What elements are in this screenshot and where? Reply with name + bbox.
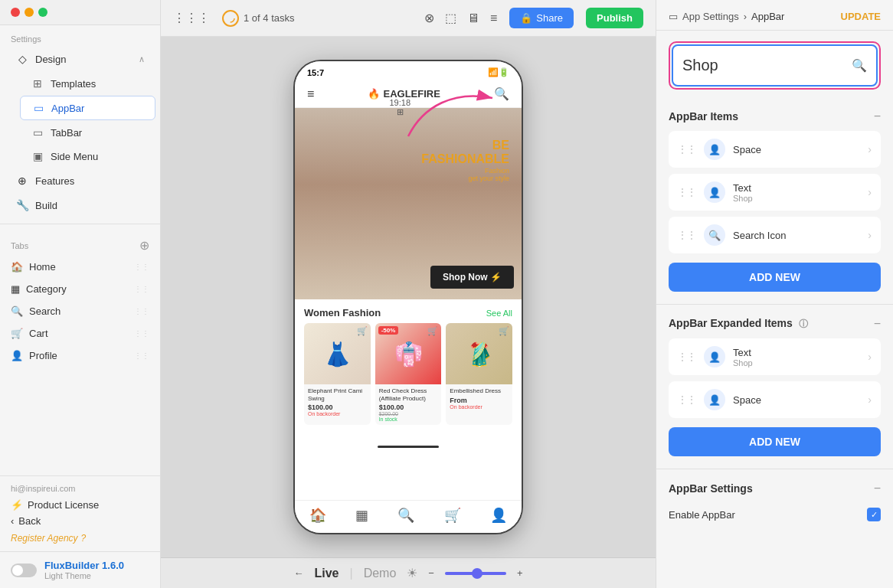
tab-home[interactable]: 🏠 Home ⋮⋮ [0,256,160,278]
item-chevron-5: › [868,394,872,406]
expanded-title-text: AppBar Expanded Items [669,317,793,329]
phone-status-icons: 📶🔋 [488,67,509,77]
task-circle [222,10,239,27]
tab-cart[interactable]: 🛒 Cart ⋮⋮ [0,322,160,345]
add-new-button-1[interactable]: ADD NEW [669,263,881,292]
sidebar-item-tabbar[interactable]: ▭ TabBar [20,121,155,144]
enable-appbar-checkbox[interactable]: ✓ [867,508,881,521]
product-img-icon-2: 👘 [394,341,423,368]
flux-info: FluxBuilder 1.6.0 Light Theme [44,560,124,580]
sidebar-item-sidemenu[interactable]: ▣ Side Menu [20,145,155,168]
collapse-icon-3[interactable]: − [874,482,881,495]
tab-category[interactable]: ▦ Category ⋮⋮ [0,278,160,300]
product-card-1[interactable]: 👗 🛒 Elephant Print Cami Swing $100.00 On… [304,323,371,425]
appbar-item-space[interactable]: ⋮⋮ 👤 Space › [669,131,881,168]
tab-search[interactable]: 🔍 Search ⋮⋮ [0,300,160,322]
hero-image: BEFASHIONABLE Fashionget your style Shop… [295,108,522,299]
zoom-minus-button[interactable]: − [428,567,434,579]
theme-toggle[interactable] [11,564,37,577]
tabs-header: Tabs ⊕ [0,230,160,256]
appbar-item-text[interactable]: ⋮⋮ 👤 Text Shop › [669,174,881,211]
sidebar-item-design[interactable]: ◇ Design ∧ [5,47,155,70]
zoom-plus-button[interactable]: + [517,567,523,579]
appbar-item-search-icon[interactable]: ⋮⋮ 🔍 Search Icon › [669,217,881,253]
appbar-expanded-item-text[interactable]: ⋮⋮ 👤 Text Shop › [669,338,881,375]
shop-now-button[interactable]: Shop Now ⚡ [430,266,514,289]
tab-profile[interactable]: 👤 Profile ⋮⋮ [0,345,160,367]
product-card-3[interactable]: 🥻 🛒 Embellished Dress From On backorder [446,323,512,425]
maximize-button[interactable] [38,8,47,17]
bottom-tab-category[interactable]: ▦ [355,507,368,524]
product-info-1: Elephant Print Cami Swing $100.00 On bac… [304,384,371,420]
monitor-icon[interactable]: 🖥 [467,11,479,25]
collapse-icon-2[interactable]: − [874,317,881,331]
back-item[interactable]: ‹ Back [11,515,149,527]
update-button[interactable]: UPDATE [841,11,881,22]
tabs-add-button[interactable]: ⊕ [139,238,149,253]
share-button[interactable]: 🔒 Share [509,8,574,28]
zoom-slider-thumb[interactable] [472,568,482,579]
bottom-tab-search[interactable]: 🔍 [397,507,414,524]
tabs-label: Tabs [11,241,28,250]
share-label: Share [536,12,563,24]
item-title-space-2: Space [733,394,860,406]
chevron-up-icon: ∧ [139,54,145,64]
list-icon[interactable]: ≡ [490,11,497,25]
sidebar-item-build[interactable]: 🔧 Build [5,194,155,217]
cart-icon-3[interactable]: 🛒 [499,326,509,336]
see-all-button[interactable]: See All [486,309,512,318]
sidebar-item-appbar[interactable]: ▭ AppBar [20,96,155,120]
product-license-label: Product License [28,499,99,511]
sidebar-item-features[interactable]: ⊕ Features [5,169,155,192]
register-question-mark: ? [81,533,87,544]
phone-time: 15:7 [307,68,324,77]
grid-menu-icon[interactable]: ⋮⋮⋮ [173,11,210,25]
item-icon-1: 👤 [704,139,725,160]
search-app-icon[interactable]: 🔍 [494,87,509,101]
hamburger-icon[interactable]: ≡ [307,87,314,101]
product-license-item[interactable]: ⚡ Product License [11,499,149,511]
product-img-icon-1: 👗 [323,341,352,368]
phone-frame: 15:7 📶🔋 ≡ 🔥 EAGLEFIRE 🔍 BEFASHIONABL [293,60,523,534]
flux-builder-section: FluxBuilder 1.6.0 Light Theme [0,551,160,588]
appbar-expanded-item-space[interactable]: ⋮⋮ 👤 Space › [669,381,881,418]
bottom-tab-home[interactable]: 🏠 [309,507,326,524]
product-card-2[interactable]: 👘 -50% 🛒 Red Check Dress (Affiliate Prod… [375,323,442,425]
enable-appbar-label: Enable AppBar [669,509,735,521]
product-status-2: In stock [379,416,438,422]
minimize-button[interactable] [25,8,34,17]
demo-button[interactable]: Demo [364,567,397,580]
templates-label: Templates [51,78,96,90]
bottom-tab-profile[interactable]: 👤 [490,507,507,524]
build-label: Build [35,200,57,211]
live-button[interactable]: Live [314,567,339,580]
item-info-5: Space [733,394,860,406]
publish-button[interactable]: Publish [586,8,643,28]
zoom-slider-container[interactable] [445,572,506,575]
cart-icon-2[interactable]: 🛒 [427,326,438,336]
home-indicator-bar [378,446,439,448]
layers-icon[interactable]: ⊗ [424,11,434,25]
sidebar-item-templates[interactable]: ⊞ Templates [20,72,155,95]
back-control-button[interactable]: ← [293,567,303,579]
frame-icon[interactable]: ⬚ [445,11,456,25]
sun-icon[interactable]: ☀ [407,566,417,580]
cart-icon: 🛒 [11,328,23,339]
product-orig-price: $200.00 [379,411,438,416]
tabbar-label: TabBar [51,127,82,139]
register-agency-link[interactable]: Register Agency ? [11,533,149,544]
cart-icon-1[interactable]: 🛒 [357,326,368,336]
top-bar-icons: ⊗ ⬚ 🖥 ≡ [424,11,497,25]
tabbar-icon: ▭ [31,126,44,139]
collapse-icon-1[interactable]: − [874,109,881,123]
sidemenu-label: Side Menu [51,151,98,162]
search-preview-icon: 🔍 [852,58,867,73]
close-button[interactable] [11,8,20,17]
home-indicator [295,433,522,454]
sidebar-bottom: hi@inspireui.com ⚡ Product License ‹ Bac… [0,475,160,551]
add-new-button-2[interactable]: ADD NEW [669,427,881,456]
bottom-tab-cart[interactable]: 🛒 [444,507,461,524]
sidebar-email: hi@inspireui.com [11,484,149,493]
toggle-thumb [12,565,23,576]
task-indicator: 1 of 4 tasks [222,10,294,27]
